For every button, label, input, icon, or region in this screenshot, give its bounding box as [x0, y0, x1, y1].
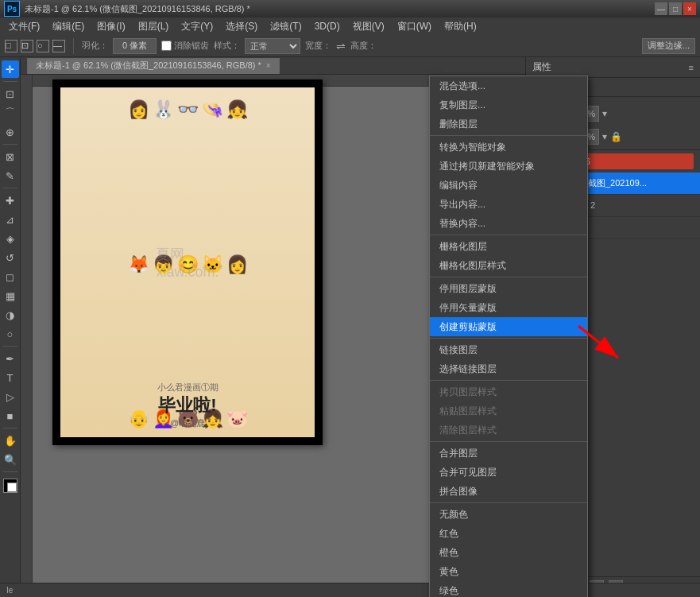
ctx-sep-2 [430, 235, 587, 235]
ruler-vertical [21, 75, 33, 597]
layer-name-0: 微信截图_202109... [570, 177, 694, 189]
ctx-clear-style: 清除图层样式 [430, 421, 587, 440]
ctx-sep-5 [430, 380, 587, 381]
ctx-merge-visible[interactable]: 合并可见图层 [430, 463, 587, 482]
menu-help[interactable]: 帮助(H) [439, 18, 482, 35]
tool-blur[interactable]: ◑ [2, 306, 19, 324]
title-bar: Ps 未标题-1 @ 62.1% (微信截图_20210916153846, R… [0, 0, 700, 17]
ctx-red[interactable]: 红色 [430, 524, 587, 543]
ctx-disable-vector-mask[interactable]: 停用矢量蒙版 [430, 298, 587, 317]
layer-name-2: 矢体 [570, 222, 694, 234]
tool-brush[interactable]: ⊿ [2, 211, 19, 228]
ctx-convert-smart[interactable]: 转换为智能对象 [430, 138, 587, 157]
ellipse-marquee-icon: ○ [37, 40, 49, 52]
ctx-edit-content[interactable]: 编辑内容 [430, 176, 587, 195]
background-color[interactable] [7, 483, 17, 492]
ctx-delete-layer[interactable]: 删除图层 [430, 114, 587, 134]
ctx-disable-layer-mask[interactable]: 停用图层蒙版 [430, 279, 587, 298]
tool-marquee[interactable]: ⊡ [2, 85, 19, 103]
menu-image[interactable]: 图像(I) [91, 18, 130, 35]
ctx-replace-content[interactable]: 替换内容... [430, 214, 587, 233]
tool-sep-4 [3, 346, 17, 347]
menu-file[interactable]: 文件(F) [3, 18, 45, 35]
doc-tab-item[interactable]: 未标题-1 @ 62.1% (微信截图_20210916153846, RGB/… [27, 58, 280, 74]
title-text: 未标题-1 @ 62.1% (微信截图_20210916153846, RGB/… [25, 3, 250, 15]
anti-alias-checkbox[interactable] [161, 41, 172, 51]
tool-gradient[interactable]: ▦ [2, 287, 19, 304]
single-row-marquee-icon: — [52, 40, 65, 52]
tool-path-select[interactable]: ▷ [2, 388, 19, 405]
ctx-link-layers[interactable]: 链接图层 [430, 340, 587, 359]
canvas-content[interactable]: 👩 🐰 👓 👒 👧 🦊 👦 😊 🐱 👩 [60, 87, 315, 437]
context-menu: 混合选项... 复制图层... 删除图层 转换为智能对象 通过拷贝新建智能对象 … [429, 76, 588, 597]
ctx-rasterize-layer[interactable]: 栅格化图层 [430, 237, 587, 256]
ps-logo: Ps [4, 1, 20, 17]
doc-tab: 未标题-1 @ 62.1% (微信截图_20210916153846, RGB/… [21, 57, 525, 75]
ctx-yellow[interactable]: 黄色 [430, 562, 587, 581]
menu-layer[interactable]: 图层(L) [133, 18, 175, 35]
toolbar-sep-1 [73, 38, 74, 54]
tool-lasso[interactable]: ⌒ [2, 104, 19, 122]
ctx-rasterize-style[interactable]: 栅格化图层样式 [430, 256, 587, 275]
toolbar: □ ⊡ ○ — 羽化： 消除锯齿 样式： 正常 固定比例 固定大小 宽度： ⇌ … [0, 35, 700, 57]
tool-eraser[interactable]: ◻ [2, 268, 19, 285]
tool-clone[interactable]: ◈ [2, 230, 19, 247]
menu-edit[interactable]: 编辑(E) [47, 18, 90, 35]
close-button[interactable]: × [683, 2, 696, 15]
ctx-new-smart-via-copy[interactable]: 通过拷贝新建智能对象 [430, 157, 587, 176]
doc-tab-close[interactable]: × [266, 61, 271, 70]
menu-window[interactable]: 窗口(W) [392, 18, 437, 35]
tool-healing[interactable]: ✚ [2, 192, 19, 209]
opacity-dropdown-icon: ▾ [602, 108, 607, 119]
tool-move[interactable]: ✛ [2, 60, 19, 78]
ctx-green[interactable]: 绿色 [430, 581, 587, 597]
properties-title: 属性 [532, 60, 551, 74]
menu-select[interactable]: 选择(S) [220, 18, 263, 35]
panel-menu-icon[interactable]: ≡ [689, 63, 694, 72]
style-select[interactable]: 正常 固定比例 固定大小 [245, 38, 300, 54]
minimize-button[interactable]: — [655, 2, 667, 15]
tool-pen[interactable]: ✒ [2, 350, 19, 367]
tool-history-brush[interactable]: ↺ [2, 249, 19, 266]
ctx-orange[interactable]: 橙色 [430, 543, 587, 562]
ctx-sep-3 [430, 277, 587, 277]
menu-view[interactable]: 视图(V) [347, 18, 390, 35]
status-text: Ie [6, 586, 13, 595]
adjust-edge-button[interactable]: 调整边缘... [642, 38, 695, 54]
ctx-export-content[interactable]: 导出内容... [430, 195, 587, 214]
ctx-create-clipping-mask[interactable]: 创建剪贴蒙版 [430, 317, 587, 336]
title-buttons: — □ × [655, 2, 696, 15]
ctx-blend-options[interactable]: 混合选项... [430, 76, 587, 95]
menu-text[interactable]: 文字(Y) [176, 18, 219, 35]
tool-sep-3 [3, 188, 17, 188]
ctx-flatten-image[interactable]: 拼合图像 [430, 482, 587, 501]
ctx-sep-1 [430, 135, 587, 136]
tool-shapes[interactable]: ■ [2, 407, 19, 424]
anti-alias-area: 消除锯齿 [161, 40, 209, 52]
tool-sep-1 [3, 81, 17, 82]
ctx-select-linked[interactable]: 选择链接图层 [430, 359, 587, 378]
tool-sep-2 [3, 144, 17, 145]
ctx-duplicate-layer[interactable]: 复制图层... [430, 95, 587, 114]
feather-input[interactable] [113, 38, 157, 54]
ctx-merge-layers[interactable]: 合并图层 [430, 444, 587, 463]
menu-3d[interactable]: 3D(D) [309, 19, 346, 33]
tool-crop[interactable]: ⊠ [2, 148, 19, 165]
tool-quick-select[interactable]: ⊕ [2, 123, 19, 141]
tool-type[interactable]: T [2, 369, 19, 386]
tool-zoom[interactable]: 🔍 [2, 451, 19, 468]
ctx-sep-6 [430, 441, 587, 442]
canvas-inner: 👩 🐰 👓 👒 👧 🦊 👦 😊 🐱 👩 [60, 87, 315, 437]
feather-label: 羽化： [82, 40, 108, 52]
maximize-button[interactable]: □ [669, 2, 682, 15]
lock-icon: 🔒 [610, 131, 622, 142]
tool-dodge[interactable]: ○ [2, 325, 19, 343]
foreground-color[interactable] [3, 479, 17, 493]
title-bar-left: Ps 未标题-1 @ 62.1% (微信截图_20210916153846, R… [4, 1, 250, 17]
tool-hand[interactable]: ✋ [2, 432, 19, 449]
ctx-no-color[interactable]: 无颜色 [430, 505, 587, 524]
tool-eyedropper[interactable]: ✎ [2, 167, 19, 184]
menu-filter[interactable]: 滤镜(T) [265, 18, 307, 35]
graduation-text: 毕业啦! [60, 393, 315, 417]
small-text: @喵九鹿 [60, 417, 315, 429]
